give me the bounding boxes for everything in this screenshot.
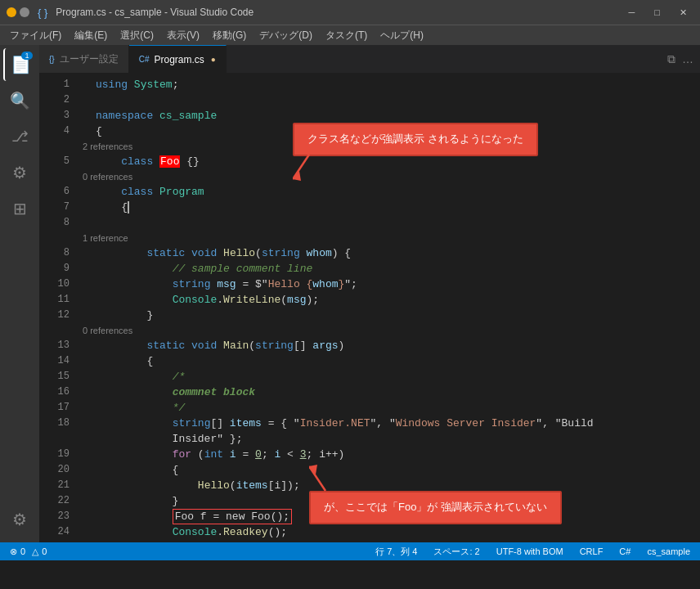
menubar: ファイル(F) 編集(E) 選択(C) 表示(V) 移動(G) デバッグ(D) … <box>0 25 700 45</box>
cursor-position[interactable]: 行 7、列 4 <box>372 546 420 558</box>
statusbar: ⊗ 0 △ 0 行 7、列 4 スペース: 2 UTF-8 with BOM C… <box>0 542 700 560</box>
close-button[interactable]: ✕ <box>673 6 693 20</box>
ref-line-0refs-a: 0 references <box>39 169 700 184</box>
activity-bar: 📄 1 🔍 ⎇ ⚙ ⊞ ⚙ <box>0 45 39 542</box>
ref-line-0refs-b: 0 references <box>39 323 700 338</box>
branch-name[interactable]: cs_sample <box>644 546 693 556</box>
code-line-16: 16 commnet block <box>39 384 700 400</box>
code-line-3: 3 namespace cs_sample <box>39 108 700 124</box>
settings-icon: ⚙ <box>12 510 27 529</box>
titlebar: { } Program.cs - cs_sample - Visual Stud… <box>0 0 700 25</box>
program-cs-tab-label: Program.cs <box>154 54 204 65</box>
callout-1-box: クラス名などが強調表示 されるようになった <box>293 123 538 156</box>
svg-line-2 <box>309 466 325 491</box>
foo-highlighted: Foo <box>159 155 180 168</box>
cs-file-icon: C# <box>139 55 150 64</box>
activity-search[interactable]: 🔍 <box>3 84 36 117</box>
code-line-8-blank: 8 <box>39 215 700 231</box>
split-editor-icon[interactable]: ⧉ <box>667 52 675 66</box>
code-line-18-cont: Insider" }; <box>39 431 700 447</box>
debug-icon: ⚙ <box>12 163 27 182</box>
svg-line-0 <box>293 155 309 179</box>
menu-file[interactable]: ファイル(F) <box>3 27 68 44</box>
callout-2-wrapper: が、ここでは「Foo」が 強調表示されていない <box>309 491 562 524</box>
callout-1-text: クラス名などが強調表示 されるようになった <box>307 133 523 145</box>
settings-tab-icon: {} <box>49 55 55 64</box>
code-line-15: 15 /* <box>39 369 700 384</box>
code-line-8-hello: 8 static void Hello(string whom) { <box>39 245 700 261</box>
code-editor[interactable]: 1 using System; 2 3 namespace cs_sample … <box>39 74 700 542</box>
code-line-24: 24 Console.Readkey(); <box>39 524 700 540</box>
code-line-13: 13 static void Main(string[] args) <box>39 338 700 353</box>
window-controls[interactable]: ─ □ ✕ <box>622 6 693 20</box>
code-line-18: 18 string[] items = { "Insider.NET", "Wi… <box>39 416 700 431</box>
cursor <box>128 201 129 214</box>
line-endings[interactable]: CRLF <box>577 546 607 556</box>
main-layout: 📄 1 🔍 ⎇ ⚙ ⊞ ⚙ {} ユーザー設定 C# Progra <box>0 45 700 542</box>
code-line-10: 10 string msg = $"Hello {whom}"; <box>39 277 700 292</box>
callout-2-arrow <box>309 460 375 492</box>
notification-badge: 1 <box>21 52 33 60</box>
menu-task[interactable]: タスク(T) <box>319 27 374 44</box>
code-line-1: 1 using System; <box>39 77 700 92</box>
git-icon: ⎇ <box>11 128 29 146</box>
window-title: Program.cs - cs_sample - Visual Studio C… <box>56 7 254 18</box>
foo-boxed: Foo f = new Foo(); <box>173 509 292 524</box>
menu-go[interactable]: 移動(G) <box>206 27 253 44</box>
errors-count[interactable]: ⊗ 0 △ 0 <box>7 546 50 557</box>
code-line-12: 12 } <box>39 308 700 323</box>
statusbar-right: 行 7、列 4 スペース: 2 UTF-8 with BOM CRLF C# c… <box>372 546 693 558</box>
tab-bar: {} ユーザー設定 C# Program.cs ● ⧉ … <box>39 45 700 74</box>
code-line-11: 11 Console.WriteLine(msg); <box>39 292 700 308</box>
window-dots <box>7 7 29 17</box>
file-icon: { } <box>38 7 47 19</box>
spaces-setting[interactable]: スペース: 2 <box>430 546 482 558</box>
menu-debug[interactable]: デバッグ(D) <box>253 27 319 44</box>
callout-2-text: が、ここでは「Foo」が 強調表示されていない <box>324 501 547 513</box>
activity-git[interactable]: ⎇ <box>3 120 36 153</box>
menu-view[interactable]: 表示(V) <box>160 27 206 44</box>
error-icon: ⊗ <box>10 546 17 557</box>
tab-settings[interactable]: {} ユーザー設定 <box>39 45 129 73</box>
callout-1-wrapper: クラス名などが強調表示 されるようになった <box>293 123 538 156</box>
code-line-6: 6 class Program <box>39 184 700 200</box>
code-line-14: 14 { <box>39 353 700 369</box>
ref-line-1ref: 1 reference <box>39 231 700 245</box>
statusbar-left: ⊗ 0 △ 0 <box>7 546 50 557</box>
extensions-icon: ⊞ <box>13 199 27 218</box>
code-line-7: 7 { <box>39 200 700 215</box>
activity-explorer[interactable]: 📄 1 <box>3 48 36 81</box>
language-mode[interactable]: C# <box>616 546 634 556</box>
warning-icon: △ <box>32 546 38 557</box>
activity-extensions[interactable]: ⊞ <box>3 192 36 225</box>
editor-area: {} ユーザー設定 C# Program.cs ● ⧉ … 1 using Sy… <box>39 45 700 542</box>
code-line-25: 25 } <box>39 540 700 542</box>
maximize-button[interactable]: □ <box>648 6 666 20</box>
code-line-2: 2 <box>39 92 700 108</box>
tab-actions: ⧉ … <box>661 45 700 73</box>
more-actions-icon[interactable]: … <box>682 52 693 65</box>
minimize-button[interactable]: ─ <box>622 6 642 20</box>
code-line-17: 17 */ <box>39 400 700 416</box>
dot-green <box>20 7 29 17</box>
activity-settings[interactable]: ⚙ <box>3 503 36 536</box>
tab-program-cs[interactable]: C# Program.cs ● <box>129 45 227 73</box>
settings-tab-label: ユーザー設定 <box>60 52 119 66</box>
activity-debug[interactable]: ⚙ <box>3 156 36 189</box>
code-line-5: 5 class Foo {} <box>39 154 700 169</box>
callout-1-arrow <box>293 155 358 187</box>
menu-select[interactable]: 選択(C) <box>114 27 160 44</box>
menu-help[interactable]: ヘルプ(H) <box>374 27 430 44</box>
modified-dot: ● <box>211 55 216 64</box>
encoding[interactable]: UTF-8 with BOM <box>493 546 567 556</box>
search-icon: 🔍 <box>10 91 30 110</box>
dot-yellow <box>7 7 16 17</box>
callout-2-box: が、ここでは「Foo」が 強調表示されていない <box>309 491 562 524</box>
menu-edit[interactable]: 編集(E) <box>68 27 114 44</box>
code-line-9: 9 // sample comment line <box>39 261 700 277</box>
